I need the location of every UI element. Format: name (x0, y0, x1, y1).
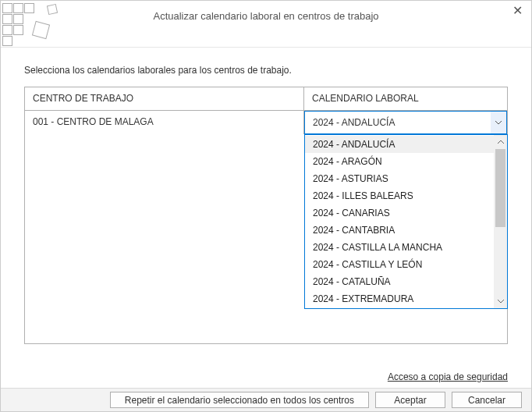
scrollbar-thumb[interactable] (495, 149, 505, 227)
table-header-row: CENTRO DE TRABAJO CALENDARIO LABORAL (25, 87, 507, 111)
dropdown-option[interactable]: 2024 - CASTILLA LA MANCHA (305, 239, 494, 256)
dropdown-option[interactable]: 2024 - ANDALUCÍA (305, 136, 494, 153)
close-button[interactable]: ✕ (506, 2, 528, 21)
repeat-button[interactable]: Repetir el calendario seleccionado en to… (110, 392, 369, 408)
dialog-header: Actualizar calendario laboral en centros… (1, 1, 531, 48)
backup-link-row: Acceso a copia de seguridad (388, 371, 508, 382)
cell-calendario: 2024 - ANDALUCÍA (304, 111, 507, 134)
close-icon: ✕ (512, 4, 523, 17)
dropdown-option[interactable]: 2024 - CATALUÑA (305, 273, 494, 290)
app-logo-icon (1, 1, 63, 46)
cell-centro: 001 - CENTRO DE MALAGA (25, 111, 304, 134)
dropdown-scrollbar[interactable] (494, 135, 507, 308)
dropdown-option[interactable]: 2024 - CASTILLA Y LEÓN (305, 256, 494, 273)
calendario-combobox[interactable]: 2024 - ANDALUCÍA (304, 111, 507, 134)
table-header-calendario: CALENDARIO LABORAL (304, 87, 507, 110)
combobox-value: 2024 - ANDALUCÍA (305, 117, 491, 128)
dropdown-option[interactable]: 2024 - CANTABRIA (305, 222, 494, 239)
dialog-footer: Repetir el calendario seleccionado en to… (1, 388, 531, 411)
dropdown-option[interactable]: 2024 - EXTREMADURA (305, 290, 494, 307)
dialog-title: Actualizar calendario laboral en centros… (1, 10, 531, 22)
dropdown-option[interactable]: 2024 - ILLES BALEARS (305, 187, 494, 204)
dropdown-option[interactable]: 2024 - CANARIAS (305, 204, 494, 222)
calendario-dropdown: 2024 - ANDALUCÍA2024 - ARAGÓN2024 - ASTU… (304, 134, 508, 309)
chevron-down-icon (491, 112, 506, 133)
dropdown-list: 2024 - ANDALUCÍA2024 - ARAGÓN2024 - ASTU… (305, 135, 494, 308)
centros-table: CENTRO DE TRABAJO CALENDARIO LABORAL 001… (24, 87, 508, 344)
table-header-centro: CENTRO DE TRABAJO (25, 87, 304, 110)
table-row: 001 - CENTRO DE MALAGA 2024 - ANDALUCÍA (25, 111, 507, 134)
dropdown-option[interactable]: 2024 - ARAGÓN (305, 153, 494, 170)
accept-button[interactable]: Aceptar (375, 392, 445, 408)
scroll-up-icon[interactable] (494, 135, 507, 148)
dropdown-option[interactable]: 2024 - ASTURIAS (305, 170, 494, 187)
backup-link[interactable]: Acceso a copia de seguridad (388, 371, 508, 382)
scroll-down-icon[interactable] (494, 295, 507, 308)
cancel-button[interactable]: Cancelar (452, 392, 522, 408)
instruction-text: Selecciona los calendarios laborales par… (24, 65, 531, 76)
